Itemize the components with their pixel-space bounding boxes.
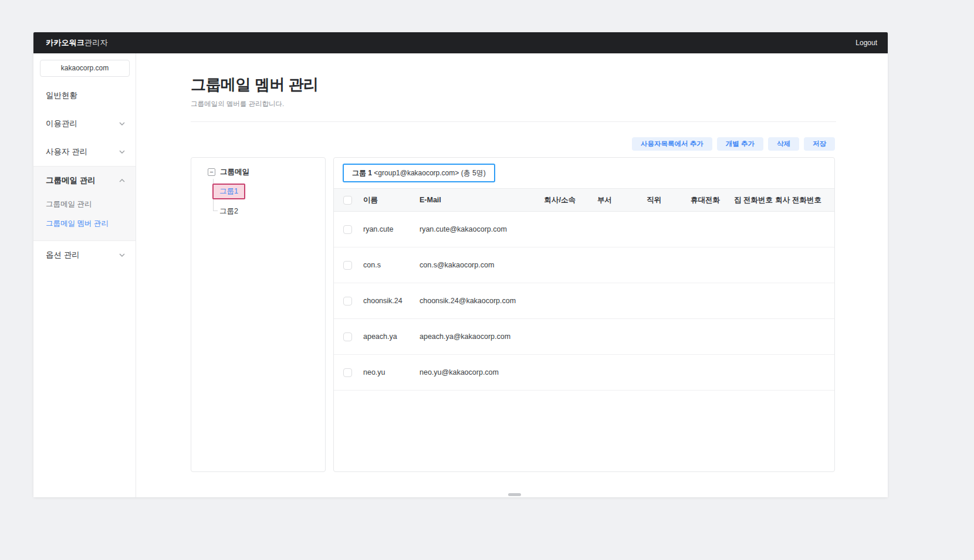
sidebar-item-groupmail[interactable]: 그룹메일 관리: [33, 167, 136, 195]
table-row: con.s con.s@kakaocorp.com: [334, 247, 834, 283]
app-logo: 카카오워크관리자: [46, 38, 108, 48]
tree-connector-stub: [213, 211, 218, 211]
row-checkbox[interactable]: [343, 332, 352, 341]
horizontal-scrollbar-thumb[interactable]: [508, 493, 521, 496]
sidebar: kakaocorp.com 일반현황 이용관리 사용자 관리 그룹메일 관리: [33, 53, 136, 497]
sidebar-item-label: 이용관리: [46, 118, 77, 129]
chevron-down-icon: [119, 253, 125, 257]
chevron-down-icon: [119, 150, 125, 154]
cell-name: ryan.cute: [363, 225, 420, 233]
selected-group-info: 그룹 1 <group1@kakaocorp.com> (총 5명): [343, 164, 495, 182]
add-individual-button[interactable]: 개별 추가: [717, 137, 763, 151]
row-checkbox[interactable]: [343, 225, 352, 234]
workspace-domain: kakaocorp.com: [40, 60, 130, 77]
main-content: 그룹메일 멤버 관리 그룹메일의 멤버를 관리합니다. 사용자목록에서 추가 개…: [136, 53, 888, 497]
sidebar-item-options[interactable]: 옵션 관리: [33, 241, 136, 269]
row-checkbox[interactable]: [343, 368, 352, 377]
column-header-office-phone: 회사 전화번호: [773, 195, 821, 205]
table-row: neo.yu neo.yu@kakaocorp.com: [334, 355, 834, 391]
cell-name: choonsik.24: [363, 297, 420, 305]
chevron-down-icon: [119, 122, 125, 125]
sidebar-item-usage[interactable]: 이용관리: [33, 110, 136, 138]
column-header-name: 이름: [363, 195, 420, 205]
subnav-item-label: 그룹메일 관리: [46, 199, 92, 209]
app-logo-suffix: 관리자: [84, 38, 108, 47]
tree-node-group1-selected[interactable]: 그룹1: [212, 184, 245, 199]
column-header-mobile: 휴대전화: [661, 195, 720, 205]
sidebar-item-label: 그룹메일 관리: [46, 175, 96, 186]
cell-email: ryan.cute@kakaocorp.com: [420, 225, 531, 233]
cell-email: con.s@kakaocorp.com: [420, 261, 531, 269]
delete-button[interactable]: 삭제: [768, 137, 799, 151]
column-header-dept: 부서: [576, 195, 612, 205]
toolbar: 사용자목록에서 추가 개별 추가 삭제 저장: [632, 137, 835, 151]
member-table-panel: 그룹 1 <group1@kakaocorp.com> (총 5명) 이름 E-…: [333, 157, 835, 472]
table-header-row: 이름 E-Mail 회사/소속 부서 직위 휴대전화 집 전화번호 회사 전화번…: [334, 188, 834, 212]
app-logo-bold: 카카오워크: [46, 38, 84, 47]
groupmail-tree-panel: − 그룹메일 그룹1 그룹2: [191, 157, 326, 472]
select-all-checkbox[interactable]: [343, 196, 352, 205]
subnav-item-label: 그룹메일 멤버 관리: [46, 219, 109, 229]
tree-node-group2[interactable]: 그룹2: [219, 206, 238, 216]
cell-name: apeach.ya: [363, 332, 420, 341]
column-header-position: 직위: [612, 195, 661, 205]
topbar: 카카오워크관리자 Logout: [33, 32, 888, 53]
cell-email: choonsik.24@kakaocorp.com: [420, 297, 531, 305]
sidebar-item-users[interactable]: 사용자 관리: [33, 138, 136, 166]
selected-group-name: 그룹 1: [352, 169, 372, 177]
cell-email: neo.yu@kakaocorp.com: [420, 368, 531, 376]
save-button[interactable]: 저장: [804, 137, 835, 151]
group-header-row: 그룹 1 <group1@kakaocorp.com> (총 5명): [334, 158, 834, 188]
tree-root-label: 그룹메일: [220, 167, 249, 177]
sidebar-item-label: 옵션 관리: [46, 250, 80, 260]
column-header-home-phone: 집 전화번호: [720, 195, 773, 205]
sidebar-item-groupmail-members[interactable]: 그룹메일 멤버 관리: [33, 214, 136, 233]
selected-group-detail: <group1@kakaocorp.com> (총 5명): [374, 169, 485, 177]
chevron-up-icon: [119, 179, 125, 182]
cell-name: con.s: [363, 261, 420, 269]
row-checkbox[interactable]: [343, 261, 352, 270]
table-row: choonsik.24 choonsik.24@kakaocorp.com: [334, 283, 834, 319]
sidebar-item-label: 사용자 관리: [46, 147, 87, 157]
add-from-user-list-button[interactable]: 사용자목록에서 추가: [632, 137, 712, 151]
sidebar-item-groupmail-manage[interactable]: 그룹메일 관리: [33, 195, 136, 214]
sidebar-item-label: 일반현황: [46, 90, 77, 101]
page-title: 그룹메일 멤버 관리: [191, 74, 318, 95]
column-header-company: 회사/소속: [531, 195, 576, 205]
admin-console-window: 카카오워크관리자 Logout kakaocorp.com 일반현황 이용관리 …: [33, 32, 888, 497]
row-checkbox[interactable]: [343, 297, 352, 306]
cell-email: apeach.ya@kakaocorp.com: [420, 332, 531, 341]
table-row: apeach.ya apeach.ya@kakaocorp.com: [334, 319, 834, 355]
sidebar-item-dashboard[interactable]: 일반현황: [33, 82, 136, 110]
tree-root[interactable]: − 그룹메일: [208, 167, 249, 177]
page-subtitle: 그룹메일의 멤버를 관리합니다.: [191, 100, 284, 108]
sidebar-section-groupmail: 그룹메일 관리 그룹메일 관리 그룹메일 멤버 관리: [33, 166, 136, 241]
column-header-email: E-Mail: [420, 196, 531, 204]
cell-name: neo.yu: [363, 368, 420, 376]
tree-collapse-icon[interactable]: −: [208, 168, 215, 176]
logout-button[interactable]: Logout: [855, 39, 877, 47]
divider: [191, 121, 836, 122]
table-row: ryan.cute ryan.cute@kakaocorp.com: [334, 212, 834, 247]
